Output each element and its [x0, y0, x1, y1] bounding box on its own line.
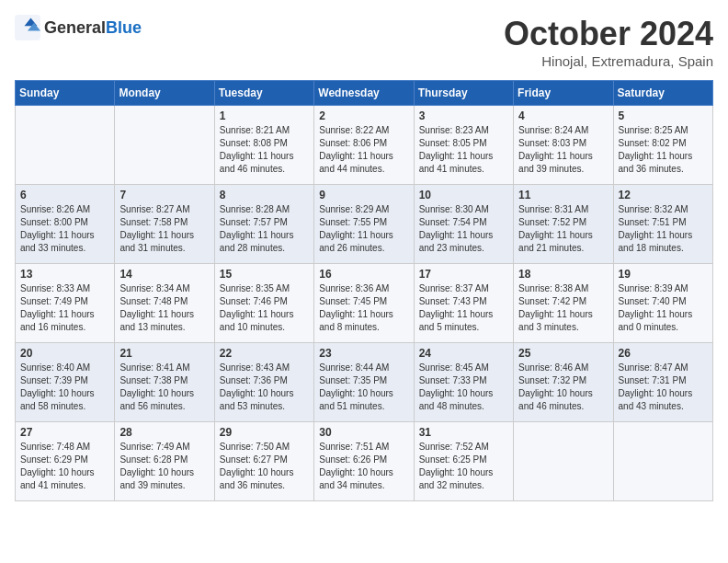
- day-cell: 29Sunrise: 7:50 AMSunset: 6:27 PMDayligh…: [214, 422, 313, 501]
- day-cell: 19Sunrise: 8:39 AMSunset: 7:40 PMDayligh…: [613, 264, 712, 343]
- day-cell: 3Sunrise: 8:23 AMSunset: 8:05 PMDaylight…: [414, 106, 513, 185]
- week-row-4: 20Sunrise: 8:40 AMSunset: 7:39 PMDayligh…: [16, 343, 713, 422]
- day-number: 25: [518, 347, 608, 360]
- day-number: 9: [319, 189, 408, 201]
- day-info: Sunrise: 8:22 AMSunset: 8:06 PMDaylight:…: [319, 124, 408, 176]
- day-info: Sunrise: 8:37 AMSunset: 7:43 PMDaylight:…: [419, 282, 508, 334]
- day-cell: 15Sunrise: 8:35 AMSunset: 7:46 PMDayligh…: [214, 264, 313, 343]
- day-cell: 16Sunrise: 8:36 AMSunset: 7:45 PMDayligh…: [314, 264, 414, 343]
- day-cell: 1Sunrise: 8:21 AMSunset: 8:08 PMDaylight…: [214, 106, 313, 185]
- week-row-1: 1Sunrise: 8:21 AMSunset: 8:08 PMDaylight…: [16, 106, 713, 185]
- header-saturday: Saturday: [613, 81, 712, 106]
- day-number: 30: [319, 426, 408, 439]
- day-cell: 30Sunrise: 7:51 AMSunset: 6:26 PMDayligh…: [314, 422, 414, 501]
- day-cell: 8Sunrise: 8:28 AMSunset: 7:57 PMDaylight…: [214, 185, 313, 264]
- day-cell: 20Sunrise: 8:40 AMSunset: 7:39 PMDayligh…: [16, 343, 115, 422]
- day-info: Sunrise: 7:49 AMSunset: 6:28 PMDaylight:…: [119, 441, 209, 492]
- day-info: Sunrise: 7:52 AMSunset: 6:25 PMDaylight:…: [419, 441, 508, 492]
- day-number: 24: [419, 347, 508, 360]
- day-number: 28: [119, 426, 209, 439]
- header-monday: Monday: [115, 81, 214, 106]
- day-number: 3: [419, 109, 508, 122]
- day-info: Sunrise: 8:26 AMSunset: 8:00 PMDaylight:…: [20, 203, 109, 255]
- day-number: 5: [619, 109, 708, 122]
- day-info: Sunrise: 8:27 AMSunset: 7:58 PMDaylight:…: [119, 203, 209, 255]
- day-number: 7: [119, 189, 209, 201]
- title-area: October 2024 Hinojal, Extremadura, Spain: [504, 15, 713, 69]
- day-number: 2: [319, 109, 408, 122]
- day-info: Sunrise: 8:40 AMSunset: 7:39 PMDaylight:…: [20, 362, 109, 413]
- day-number: 26: [619, 347, 708, 360]
- day-info: Sunrise: 8:43 AMSunset: 7:36 PMDaylight:…: [220, 362, 309, 413]
- day-info: Sunrise: 8:30 AMSunset: 7:54 PMDaylight:…: [419, 203, 508, 255]
- location-subtitle: Hinojal, Extremadura, Spain: [504, 53, 713, 69]
- day-info: Sunrise: 8:23 AMSunset: 8:05 PMDaylight:…: [419, 124, 508, 176]
- day-info: Sunrise: 8:47 AMSunset: 7:31 PMDaylight:…: [619, 362, 708, 413]
- day-cell: 26Sunrise: 8:47 AMSunset: 7:31 PMDayligh…: [613, 343, 712, 422]
- day-cell: 9Sunrise: 8:29 AMSunset: 7:55 PMDaylight…: [314, 185, 414, 264]
- day-info: Sunrise: 8:44 AMSunset: 7:35 PMDaylight:…: [319, 362, 408, 413]
- day-info: Sunrise: 7:50 AMSunset: 6:27 PMDaylight:…: [220, 441, 309, 492]
- day-cell: [115, 106, 214, 185]
- day-cell: 2Sunrise: 8:22 AMSunset: 8:06 PMDaylight…: [314, 106, 414, 185]
- header-row: SundayMondayTuesdayWednesdayThursdayFrid…: [16, 81, 713, 106]
- day-cell: 27Sunrise: 7:48 AMSunset: 6:29 PMDayligh…: [16, 422, 115, 501]
- day-info: Sunrise: 8:32 AMSunset: 7:51 PMDaylight:…: [619, 203, 708, 255]
- day-cell: 11Sunrise: 8:31 AMSunset: 7:52 PMDayligh…: [514, 185, 613, 264]
- day-number: 4: [518, 109, 608, 122]
- day-info: Sunrise: 8:28 AMSunset: 7:57 PMDaylight:…: [220, 203, 309, 255]
- day-info: Sunrise: 8:35 AMSunset: 7:46 PMDaylight:…: [220, 282, 309, 334]
- day-cell: 31Sunrise: 7:52 AMSunset: 6:25 PMDayligh…: [414, 422, 513, 501]
- day-cell: 28Sunrise: 7:49 AMSunset: 6:28 PMDayligh…: [115, 422, 214, 501]
- day-info: Sunrise: 8:38 AMSunset: 7:42 PMDaylight:…: [518, 282, 608, 334]
- header-wednesday: Wednesday: [314, 81, 414, 106]
- day-number: 12: [619, 189, 708, 201]
- logo: GeneralBlue: [15, 15, 142, 40]
- day-info: Sunrise: 8:46 AMSunset: 7:32 PMDaylight:…: [518, 362, 608, 413]
- day-cell: 12Sunrise: 8:32 AMSunset: 7:51 PMDayligh…: [613, 185, 712, 264]
- day-number: 13: [20, 268, 109, 281]
- calendar-table: SundayMondayTuesdayWednesdayThursdayFrid…: [15, 80, 713, 501]
- day-number: 8: [220, 189, 309, 201]
- day-cell: 4Sunrise: 8:24 AMSunset: 8:03 PMDaylight…: [514, 106, 613, 185]
- day-cell: [514, 422, 613, 501]
- day-cell: 14Sunrise: 8:34 AMSunset: 7:48 PMDayligh…: [115, 264, 214, 343]
- day-number: 21: [119, 347, 209, 360]
- header-tuesday: Tuesday: [214, 81, 313, 106]
- day-info: Sunrise: 7:48 AMSunset: 6:29 PMDaylight:…: [20, 441, 109, 492]
- page-header: GeneralBlue October 2024 Hinojal, Extrem…: [15, 15, 713, 69]
- day-info: Sunrise: 8:31 AMSunset: 7:52 PMDaylight:…: [518, 203, 608, 255]
- day-info: Sunrise: 8:25 AMSunset: 8:02 PMDaylight:…: [619, 124, 708, 176]
- day-number: 19: [619, 268, 708, 281]
- day-info: Sunrise: 8:45 AMSunset: 7:33 PMDaylight:…: [419, 362, 508, 413]
- day-cell: 23Sunrise: 8:44 AMSunset: 7:35 PMDayligh…: [314, 343, 414, 422]
- day-info: Sunrise: 8:33 AMSunset: 7:49 PMDaylight:…: [20, 282, 109, 334]
- week-row-5: 27Sunrise: 7:48 AMSunset: 6:29 PMDayligh…: [16, 422, 713, 501]
- day-number: 11: [518, 189, 608, 201]
- day-number: 15: [220, 268, 309, 281]
- day-info: Sunrise: 8:34 AMSunset: 7:48 PMDaylight:…: [119, 282, 209, 334]
- header-friday: Friday: [514, 81, 613, 106]
- day-cell: 25Sunrise: 8:46 AMSunset: 7:32 PMDayligh…: [514, 343, 613, 422]
- day-number: 29: [220, 426, 309, 439]
- logo-blue: Blue: [106, 18, 142, 37]
- day-cell: 21Sunrise: 8:41 AMSunset: 7:38 PMDayligh…: [115, 343, 214, 422]
- day-info: Sunrise: 8:41 AMSunset: 7:38 PMDaylight:…: [119, 362, 209, 413]
- day-info: Sunrise: 8:39 AMSunset: 7:40 PMDaylight:…: [619, 282, 708, 334]
- day-info: Sunrise: 8:36 AMSunset: 7:45 PMDaylight:…: [319, 282, 408, 334]
- day-cell: 13Sunrise: 8:33 AMSunset: 7:49 PMDayligh…: [16, 264, 115, 343]
- day-number: 1: [220, 109, 309, 122]
- day-number: 27: [20, 426, 109, 439]
- day-cell: 22Sunrise: 8:43 AMSunset: 7:36 PMDayligh…: [214, 343, 313, 422]
- day-number: 6: [20, 189, 109, 201]
- day-cell: 7Sunrise: 8:27 AMSunset: 7:58 PMDaylight…: [115, 185, 214, 264]
- day-number: 23: [319, 347, 408, 360]
- day-cell: 5Sunrise: 8:25 AMSunset: 8:02 PMDaylight…: [613, 106, 712, 185]
- day-cell: [613, 422, 712, 501]
- day-number: 22: [220, 347, 309, 360]
- day-info: Sunrise: 8:24 AMSunset: 8:03 PMDaylight:…: [518, 124, 608, 176]
- day-cell: 10Sunrise: 8:30 AMSunset: 7:54 PMDayligh…: [414, 185, 513, 264]
- day-number: 14: [119, 268, 209, 281]
- day-cell: 6Sunrise: 8:26 AMSunset: 8:00 PMDaylight…: [16, 185, 115, 264]
- day-info: Sunrise: 8:21 AMSunset: 8:08 PMDaylight:…: [220, 124, 309, 176]
